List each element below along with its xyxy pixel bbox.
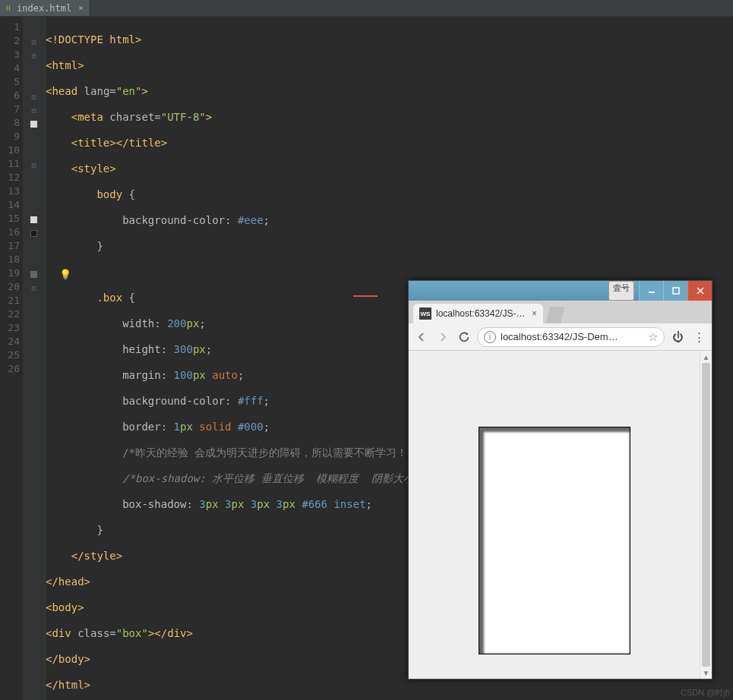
minimize-button[interactable] xyxy=(639,281,663,301)
line-number: 11 xyxy=(0,158,23,172)
close-icon xyxy=(697,287,704,295)
browser-tab-strip: WS localhost:63342/JS-De × xyxy=(409,301,712,323)
line-number: 24 xyxy=(0,336,23,349)
code-line[interactable]: body { xyxy=(46,188,733,202)
watermark-text: CSDN @时jh xyxy=(681,687,730,698)
maximize-button[interactable] xyxy=(663,281,687,301)
line-number: 14 xyxy=(0,199,23,213)
arrow-right-icon xyxy=(437,331,449,343)
error-underline-icon xyxy=(353,295,378,297)
menu-button[interactable]: ⋮ xyxy=(690,329,707,345)
line-number: 18 xyxy=(0,254,23,267)
fold-icon[interactable]: ⊟ xyxy=(23,35,45,49)
maximize-icon xyxy=(672,287,680,295)
line-number: 4 xyxy=(0,62,23,76)
code-line[interactable]: <style> xyxy=(46,162,733,176)
tab-close-icon[interactable]: × xyxy=(532,308,537,319)
line-number: 16 xyxy=(0,226,23,240)
line-number: 8 xyxy=(0,117,23,131)
code-line[interactable]: <title></title> xyxy=(46,137,733,150)
line-number-gutter: 1 2 3 4 5 6 7 8 9 10 11 12 13 14 15 16 1… xyxy=(0,17,23,700)
line-number: 23 xyxy=(0,322,23,336)
editor-tab-strip: H index.html × xyxy=(0,0,733,17)
line-number: 7 xyxy=(0,103,23,117)
color-swatch-icon[interactable] xyxy=(30,271,37,278)
fold-icon[interactable]: ⊟ xyxy=(23,49,45,62)
url-text: localhost:63342/JS-Dem… xyxy=(501,331,643,342)
file-tab-label: index.html xyxy=(17,3,71,14)
html-file-icon: H xyxy=(3,3,14,14)
new-tab-button[interactable] xyxy=(546,307,564,323)
code-line[interactable]: <html> xyxy=(46,59,733,73)
code-line[interactable]: background-color: #eee; xyxy=(46,214,733,228)
minimize-icon xyxy=(648,287,656,295)
color-swatch-icon[interactable] xyxy=(30,216,37,223)
browser-tab-title: localhost:63342/JS-De xyxy=(436,308,527,319)
window-titlebar[interactable]: 壹号 xyxy=(409,281,712,301)
fold-icon[interactable]: ⊟ xyxy=(23,90,45,103)
browser-viewport: ▲ ▼ xyxy=(409,351,712,679)
back-button[interactable] xyxy=(413,329,430,345)
svg-rect-1 xyxy=(673,288,679,294)
code-line[interactable]: <!DOCTYPE html> xyxy=(46,33,733,47)
line-number: 9 xyxy=(0,131,23,144)
browser-toolbar: i localhost:63342/JS-Dem… ☆ ⏻ ⋮ xyxy=(409,323,712,351)
line-number: 13 xyxy=(0,185,23,199)
code-line[interactable]: <head lang="en"> xyxy=(46,85,733,99)
code-line[interactable] xyxy=(46,266,733,279)
line-number: 5 xyxy=(0,76,23,90)
reload-icon xyxy=(458,331,470,343)
favicon-icon: WS xyxy=(419,307,431,320)
line-number: 3 xyxy=(0,49,23,62)
demo-box-element xyxy=(479,427,630,654)
rendered-page[interactable] xyxy=(409,351,700,679)
line-number: 25 xyxy=(0,349,23,363)
scroll-up-icon[interactable]: ▲ xyxy=(700,351,712,363)
scrollbar-thumb[interactable] xyxy=(702,363,710,667)
window-close-button[interactable] xyxy=(687,281,712,301)
line-number: 20 xyxy=(0,281,23,295)
bookmark-star-icon[interactable]: ☆ xyxy=(648,330,658,344)
power-button[interactable]: ⏻ xyxy=(669,329,686,345)
file-tab-index-html[interactable]: H index.html × xyxy=(0,0,90,16)
virtual-desktop-badge[interactable]: 壹号 xyxy=(608,281,634,301)
editor-gutter: ⊟ ⊟ ⊟ ⊟ ⊟ ⊟ xyxy=(23,17,46,700)
site-info-icon[interactable]: i xyxy=(484,331,496,343)
fold-icon[interactable]: ⊟ xyxy=(23,158,45,172)
fold-icon[interactable]: ⊟ xyxy=(23,281,45,295)
reload-button[interactable] xyxy=(456,329,472,345)
browser-window: 壹号 WS localhost:63342/JS-De × i xyxy=(408,280,712,680)
address-bar[interactable]: i localhost:63342/JS-Dem… ☆ xyxy=(477,327,665,347)
line-number: 6 xyxy=(0,90,23,103)
line-number: 2 xyxy=(0,35,23,49)
arrow-left-icon xyxy=(415,331,428,343)
intention-bulb-icon[interactable]: 💡 xyxy=(59,269,70,280)
code-line[interactable]: } xyxy=(46,240,733,254)
code-line[interactable]: <meta charset="UTF-8"> xyxy=(46,111,733,125)
color-swatch-icon[interactable] xyxy=(30,121,37,128)
line-number: 10 xyxy=(0,144,23,158)
line-number: 1 xyxy=(0,21,23,35)
line-number: 19 xyxy=(0,267,23,281)
browser-tab[interactable]: WS localhost:63342/JS-De × xyxy=(413,304,543,323)
vertical-scrollbar[interactable]: ▲ ▼ xyxy=(700,351,712,679)
code-line[interactable]: </html> xyxy=(46,679,733,692)
color-swatch-icon[interactable] xyxy=(30,230,37,237)
line-number: 17 xyxy=(0,240,23,254)
line-number: 21 xyxy=(0,295,23,308)
scroll-down-icon[interactable]: ▼ xyxy=(700,667,712,679)
close-icon[interactable]: × xyxy=(76,4,85,13)
line-number: 15 xyxy=(0,213,23,226)
line-number: 12 xyxy=(0,172,23,185)
fold-icon[interactable]: ⊟ xyxy=(23,103,45,117)
line-number: 22 xyxy=(0,308,23,322)
forward-button[interactable] xyxy=(434,329,451,345)
line-number: 26 xyxy=(0,363,23,377)
